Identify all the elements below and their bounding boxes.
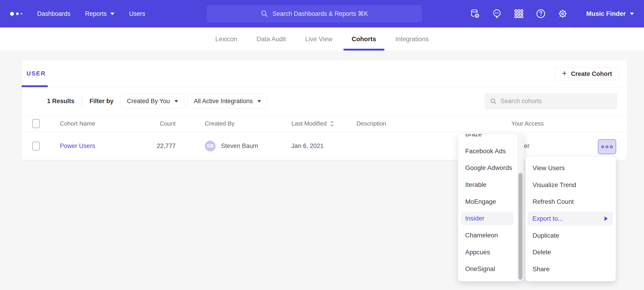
- sort-icon: [330, 120, 334, 127]
- tab-data-audit[interactable]: Data Audit: [247, 28, 296, 51]
- logo-dot: [10, 12, 14, 16]
- search-icon: [260, 10, 268, 18]
- dot-icon: [610, 146, 613, 148]
- cohort-type-tabs: USER + Create Cohort: [22, 60, 627, 87]
- top-navigation-bar: Dashboards Reports Users Search Dashboar…: [0, 0, 644, 28]
- filter-toolbar: 1 Results Filter by Created By You All A…: [22, 87, 627, 115]
- column-count[interactable]: Count: [124, 115, 176, 132]
- cohort-name-link[interactable]: Power Users: [60, 142, 95, 150]
- mixpanel-logo[interactable]: [10, 12, 22, 16]
- menu-item-insider[interactable]: Insider: [461, 212, 514, 225]
- tab-cohorts[interactable]: Cohorts: [342, 28, 386, 51]
- search-icon: [490, 98, 497, 105]
- tab-integrations[interactable]: Integrations: [386, 28, 438, 51]
- menu-item-onesignal[interactable]: OneSignal: [458, 261, 517, 278]
- export-destination-submenu: Braze Facebook Ads Google Adwords Iterab…: [458, 134, 524, 281]
- cohort-search-input[interactable]: [500, 98, 612, 105]
- table-header: Cohort Name Count Created By Last Modifi…: [22, 115, 627, 132]
- data-management-icon[interactable]: [470, 9, 480, 19]
- context-menu-list: View Users Visualize Trend Refresh Count…: [526, 160, 616, 278]
- cohort-search-box: [484, 93, 617, 109]
- menu-item-delete[interactable]: Delete: [526, 244, 616, 261]
- creator-name: Steven Baum: [221, 142, 258, 150]
- section-tabs: Lexicon Data Audit Live View Cohorts Int…: [0, 28, 644, 51]
- project-switcher[interactable]: Music Finder: [586, 10, 634, 17]
- cohort-context-menu: View Users Visualize Trend Refresh Count…: [525, 156, 616, 281]
- menu-item-facebook-ads[interactable]: Facebook Ads: [458, 143, 517, 160]
- cohorts-card: USER + Create Cohort 1 Results Filter by…: [22, 60, 627, 160]
- divider: [82, 96, 82, 106]
- column-your-access[interactable]: Your Access: [511, 115, 544, 132]
- menu-item-duplicate[interactable]: Duplicate: [526, 227, 616, 244]
- menu-item-export-to[interactable]: Export to...: [528, 212, 613, 226]
- feedback-icon[interactable]: [492, 9, 502, 19]
- project-name: Music Finder: [586, 10, 626, 17]
- menu-item-visualize-trend[interactable]: Visualize Trend: [526, 177, 616, 194]
- column-created-by[interactable]: Created By: [205, 115, 234, 132]
- column-description[interactable]: Description: [356, 115, 386, 132]
- tab-lexicon[interactable]: Lexicon: [206, 28, 247, 51]
- settings-icon[interactable]: [558, 9, 568, 19]
- tab-live-view[interactable]: Live View: [296, 28, 342, 51]
- results-count: 1 Results: [47, 98, 74, 105]
- dot-icon: [606, 146, 608, 148]
- menu-item-iterable[interactable]: Iterable: [458, 176, 517, 193]
- filter-by-label: Filter by: [90, 98, 114, 105]
- create-cohort-button[interactable]: + Create Cohort: [555, 67, 619, 80]
- chevron-down-icon: [174, 100, 178, 102]
- menu-item-refresh-count[interactable]: Refresh Count: [526, 193, 616, 210]
- global-search-placeholder: Search Dashboards & Reports ⌘K: [272, 10, 368, 17]
- logo-dot: [21, 13, 22, 15]
- row-checkbox[interactable]: [32, 141, 40, 151]
- logo-dot: [16, 12, 19, 15]
- column-cohort-name[interactable]: Cohort Name: [60, 115, 95, 132]
- global-search-button[interactable]: Search Dashboards & Reports ⌘K: [207, 5, 422, 22]
- column-last-modified[interactable]: Last Modified: [292, 115, 334, 132]
- dot-icon: [601, 146, 604, 148]
- menu-item-view-users[interactable]: View Users: [526, 160, 616, 177]
- nav-dashboards[interactable]: Dashboards: [37, 10, 70, 17]
- topbar-actions: Music Finder: [470, 9, 634, 19]
- primary-nav: Dashboards Reports Users: [37, 10, 145, 17]
- row-more-actions-button[interactable]: [598, 139, 616, 154]
- avatar: SB: [205, 141, 216, 152]
- chevron-down-icon: [257, 100, 261, 102]
- created-by-filter[interactable]: Created By You: [121, 94, 184, 109]
- select-all-checkbox[interactable]: [32, 119, 40, 128]
- menu-item-share[interactable]: Share: [526, 261, 616, 278]
- submenu-scrollbar-track[interactable]: [517, 134, 524, 281]
- tab-user-cohorts[interactable]: USER: [26, 60, 46, 87]
- app-root: Dashboards Reports Users Search Dashboar…: [0, 0, 644, 290]
- menu-item-braze[interactable]: Braze: [458, 134, 517, 143]
- cohort-creator: SB Steven Baum: [205, 132, 258, 160]
- apps-grid-icon[interactable]: [514, 9, 524, 19]
- chevron-down-icon: [630, 13, 634, 15]
- integrations-filter[interactable]: All Active Integrations: [188, 94, 267, 109]
- menu-item-moengage[interactable]: MoEngage: [458, 193, 517, 210]
- help-icon[interactable]: [536, 9, 546, 19]
- plus-icon: +: [562, 69, 567, 78]
- cohort-last-modified: Jan 6, 2021: [292, 132, 324, 160]
- nav-reports[interactable]: Reports: [85, 10, 115, 17]
- menu-item-google-adwords[interactable]: Google Adwords: [458, 160, 517, 176]
- cohort-count: 22,777: [124, 132, 176, 160]
- menu-item-chameleon[interactable]: Chameleon: [458, 227, 517, 244]
- submenu-arrow-icon: [604, 216, 608, 221]
- cohort-row: Power Users 22,777 SB Steven Baum Jan 6,…: [22, 132, 627, 160]
- active-tab-underline: [22, 85, 48, 87]
- export-destination-list: Braze Facebook Ads Google Adwords Iterab…: [458, 134, 524, 277]
- submenu-scrollbar-thumb[interactable]: [518, 173, 522, 280]
- nav-users[interactable]: Users: [129, 10, 145, 17]
- chevron-down-icon: [110, 13, 114, 15]
- menu-item-appcues[interactable]: Appcues: [458, 244, 517, 261]
